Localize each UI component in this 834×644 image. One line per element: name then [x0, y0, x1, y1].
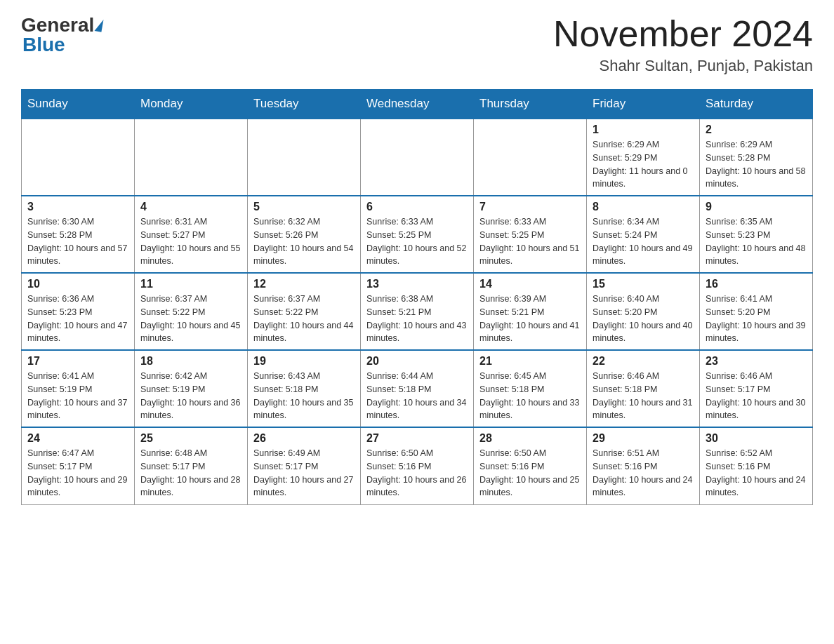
table-row: 22Sunrise: 6:46 AMSunset: 5:18 PMDayligh…: [587, 350, 700, 427]
table-row: [135, 119, 248, 196]
table-row: 12Sunrise: 6:37 AMSunset: 5:22 PMDayligh…: [248, 273, 361, 350]
day-number: 2: [706, 123, 807, 136]
table-row: 17Sunrise: 6:41 AMSunset: 5:19 PMDayligh…: [22, 350, 135, 427]
table-row: 26Sunrise: 6:49 AMSunset: 5:17 PMDayligh…: [248, 427, 361, 504]
day-info: Sunrise: 6:34 AMSunset: 5:24 PMDaylight:…: [593, 215, 694, 268]
col-thursday: Thursday: [474, 90, 587, 119]
day-info: Sunrise: 6:46 AMSunset: 5:17 PMDaylight:…: [706, 370, 807, 422]
day-info: Sunrise: 6:37 AMSunset: 5:22 PMDaylight:…: [140, 293, 241, 345]
table-row: [361, 119, 474, 196]
day-info: Sunrise: 6:29 AMSunset: 5:29 PMDaylight:…: [593, 138, 694, 191]
day-number: 11: [140, 278, 241, 290]
table-row: 8Sunrise: 6:34 AMSunset: 5:24 PMDaylight…: [587, 196, 700, 273]
col-saturday: Saturday: [700, 90, 813, 119]
month-year-title: November 2024: [553, 14, 813, 54]
day-number: 27: [366, 432, 468, 445]
day-number: 17: [27, 355, 128, 368]
table-row: 2Sunrise: 6:29 AMSunset: 5:28 PMDaylight…: [700, 119, 813, 196]
day-number: 26: [253, 432, 355, 445]
table-row: 15Sunrise: 6:40 AMSunset: 5:20 PMDayligh…: [587, 273, 700, 350]
day-number: 22: [593, 355, 694, 368]
table-row: 4Sunrise: 6:31 AMSunset: 5:27 PMDaylight…: [135, 196, 248, 273]
logo-blue-text: Blue: [22, 34, 65, 56]
day-info: Sunrise: 6:42 AMSunset: 5:19 PMDaylight:…: [140, 370, 241, 422]
col-wednesday: Wednesday: [361, 90, 474, 119]
day-number: 21: [479, 355, 581, 368]
table-row: [22, 119, 135, 196]
col-friday: Friday: [587, 90, 700, 119]
day-number: 9: [706, 201, 807, 213]
col-monday: Monday: [135, 90, 248, 119]
day-info: Sunrise: 6:31 AMSunset: 5:27 PMDaylight:…: [140, 215, 241, 268]
day-info: Sunrise: 6:33 AMSunset: 5:25 PMDaylight:…: [479, 215, 581, 268]
day-info: Sunrise: 6:38 AMSunset: 5:21 PMDaylight:…: [366, 293, 468, 345]
table-row: 30Sunrise: 6:52 AMSunset: 5:16 PMDayligh…: [700, 427, 813, 504]
day-info: Sunrise: 6:29 AMSunset: 5:28 PMDaylight:…: [706, 138, 807, 191]
table-row: 21Sunrise: 6:45 AMSunset: 5:18 PMDayligh…: [474, 350, 587, 427]
day-number: 12: [253, 278, 355, 290]
calendar-table: Sunday Monday Tuesday Wednesday Thursday…: [21, 89, 813, 505]
table-row: 29Sunrise: 6:51 AMSunset: 5:16 PMDayligh…: [587, 427, 700, 504]
day-info: Sunrise: 6:47 AMSunset: 5:17 PMDaylight:…: [27, 447, 128, 499]
day-info: Sunrise: 6:50 AMSunset: 5:16 PMDaylight:…: [366, 447, 468, 499]
day-info: Sunrise: 6:37 AMSunset: 5:22 PMDaylight:…: [253, 293, 355, 345]
table-row: 6Sunrise: 6:33 AMSunset: 5:25 PMDaylight…: [361, 196, 474, 273]
table-row: [474, 119, 587, 196]
day-number: 6: [366, 201, 468, 213]
table-row: 7Sunrise: 6:33 AMSunset: 5:25 PMDaylight…: [474, 196, 587, 273]
location-subtitle: Shahr Sultan, Punjab, Pakistan: [553, 57, 813, 75]
calendar-week-row: 3Sunrise: 6:30 AMSunset: 5:28 PMDaylight…: [22, 196, 813, 273]
day-number: 13: [366, 278, 468, 290]
day-info: Sunrise: 6:45 AMSunset: 5:18 PMDaylight:…: [479, 370, 581, 422]
day-number: 20: [366, 355, 468, 368]
day-number: 5: [253, 201, 355, 213]
logo: General Blue: [21, 14, 102, 56]
day-number: 1: [593, 123, 694, 136]
day-info: Sunrise: 6:40 AMSunset: 5:20 PMDaylight:…: [593, 293, 694, 345]
day-number: 7: [479, 201, 581, 213]
day-info: Sunrise: 6:36 AMSunset: 5:23 PMDaylight:…: [27, 293, 128, 345]
day-number: 18: [140, 355, 241, 368]
table-row: 14Sunrise: 6:39 AMSunset: 5:21 PMDayligh…: [474, 273, 587, 350]
day-info: Sunrise: 6:52 AMSunset: 5:16 PMDaylight:…: [706, 447, 807, 499]
day-info: Sunrise: 6:33 AMSunset: 5:25 PMDaylight:…: [366, 215, 468, 268]
day-number: 4: [140, 201, 241, 213]
day-number: 10: [27, 278, 128, 290]
table-row: 10Sunrise: 6:36 AMSunset: 5:23 PMDayligh…: [22, 273, 135, 350]
table-row: 16Sunrise: 6:41 AMSunset: 5:20 PMDayligh…: [700, 273, 813, 350]
day-info: Sunrise: 6:41 AMSunset: 5:19 PMDaylight:…: [27, 370, 128, 422]
day-number: 14: [479, 278, 581, 290]
table-row: 5Sunrise: 6:32 AMSunset: 5:26 PMDaylight…: [248, 196, 361, 273]
day-info: Sunrise: 6:50 AMSunset: 5:16 PMDaylight:…: [479, 447, 581, 499]
table-row: 24Sunrise: 6:47 AMSunset: 5:17 PMDayligh…: [22, 427, 135, 504]
table-row: 13Sunrise: 6:38 AMSunset: 5:21 PMDayligh…: [361, 273, 474, 350]
day-info: Sunrise: 6:49 AMSunset: 5:17 PMDaylight:…: [253, 447, 355, 499]
day-number: 23: [706, 355, 807, 368]
day-info: Sunrise: 6:51 AMSunset: 5:16 PMDaylight:…: [593, 447, 694, 499]
calendar-week-row: 24Sunrise: 6:47 AMSunset: 5:17 PMDayligh…: [22, 427, 813, 504]
day-number: 30: [706, 432, 807, 445]
col-tuesday: Tuesday: [248, 90, 361, 119]
day-info: Sunrise: 6:41 AMSunset: 5:20 PMDaylight:…: [706, 293, 807, 345]
day-info: Sunrise: 6:39 AMSunset: 5:21 PMDaylight:…: [479, 293, 581, 345]
table-row: [248, 119, 361, 196]
day-number: 15: [593, 278, 694, 290]
table-row: 27Sunrise: 6:50 AMSunset: 5:16 PMDayligh…: [361, 427, 474, 504]
col-sunday: Sunday: [22, 90, 135, 119]
title-section: November 2024 Shahr Sultan, Punjab, Paki…: [553, 14, 813, 75]
table-row: 19Sunrise: 6:43 AMSunset: 5:18 PMDayligh…: [248, 350, 361, 427]
day-info: Sunrise: 6:46 AMSunset: 5:18 PMDaylight:…: [593, 370, 694, 422]
day-number: 29: [593, 432, 694, 445]
table-row: 9Sunrise: 6:35 AMSunset: 5:23 PMDaylight…: [700, 196, 813, 273]
page-header: General Blue November 2024 Shahr Sultan,…: [21, 14, 813, 75]
day-info: Sunrise: 6:44 AMSunset: 5:18 PMDaylight:…: [366, 370, 468, 422]
calendar-header-row: Sunday Monday Tuesday Wednesday Thursday…: [22, 90, 813, 119]
day-info: Sunrise: 6:30 AMSunset: 5:28 PMDaylight:…: [27, 215, 128, 268]
day-number: 8: [593, 201, 694, 213]
day-info: Sunrise: 6:43 AMSunset: 5:18 PMDaylight:…: [253, 370, 355, 422]
day-info: Sunrise: 6:32 AMSunset: 5:26 PMDaylight:…: [253, 215, 355, 268]
day-number: 24: [27, 432, 128, 445]
table-row: 1Sunrise: 6:29 AMSunset: 5:29 PMDaylight…: [587, 119, 700, 196]
day-number: 25: [140, 432, 241, 445]
day-number: 19: [253, 355, 355, 368]
